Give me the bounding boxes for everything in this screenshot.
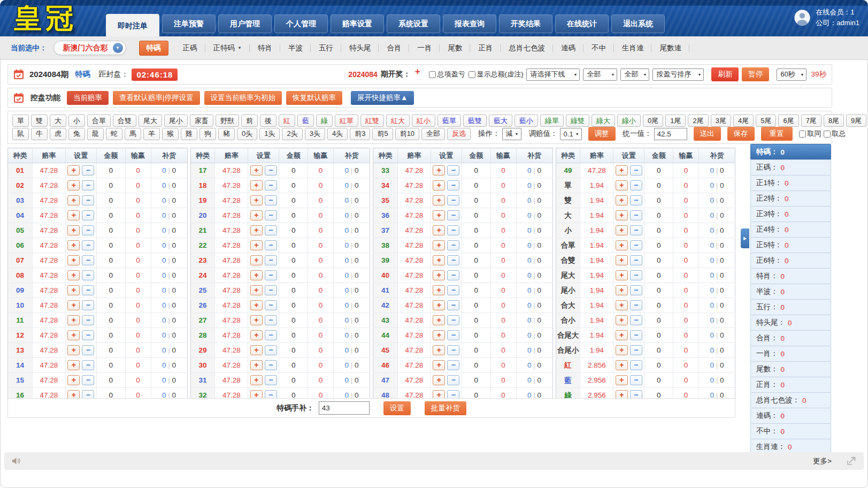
restock-left-value[interactable]: 0 bbox=[710, 346, 714, 354]
filter-button-兔[interactable]: 兔 bbox=[68, 128, 85, 140]
odds-increase-button[interactable]: + bbox=[67, 300, 80, 310]
filter-button-2尾[interactable]: 2尾 bbox=[688, 115, 708, 127]
restock-left-value[interactable]: 0 bbox=[527, 181, 532, 189]
filter-button-前10[interactable]: 前10 bbox=[395, 128, 419, 140]
total-pl-checkbox[interactable]: 总项盈亏 bbox=[429, 70, 465, 79]
filter-button-藍雙[interactable]: 藍雙 bbox=[463, 115, 487, 127]
filter-button-紅小[interactable]: 紅小 bbox=[412, 115, 435, 127]
odds-increase-button[interactable]: + bbox=[67, 330, 80, 340]
odds-decrease-button[interactable]: − bbox=[265, 360, 277, 370]
sidebar-item-14[interactable]: 一肖：0 bbox=[750, 346, 831, 362]
play-type-tab-1[interactable]: 特碼 bbox=[139, 41, 168, 56]
sidebar-item-7[interactable]: 正5特：0 bbox=[750, 237, 831, 253]
odds-increase-button[interactable]: + bbox=[616, 225, 628, 235]
odds-decrease-button[interactable]: − bbox=[82, 360, 94, 370]
odds-decrease-button[interactable]: − bbox=[630, 285, 642, 295]
odds-decrease-button[interactable]: − bbox=[447, 375, 459, 385]
restock-left-value[interactable]: 0 bbox=[710, 376, 714, 384]
odds-increase-button[interactable]: + bbox=[67, 210, 80, 220]
restock-left-value[interactable]: 0 bbox=[527, 196, 532, 204]
filter-button-4尾[interactable]: 4尾 bbox=[733, 115, 754, 127]
restock-left-value[interactable]: 0 bbox=[527, 376, 532, 384]
add-draw-button[interactable]: + bbox=[415, 66, 420, 77]
odds-decrease-button[interactable]: − bbox=[82, 330, 94, 340]
sidebar-item-3[interactable]: 正1特：0 bbox=[750, 175, 831, 191]
restock-left-value[interactable]: 0 bbox=[527, 166, 532, 174]
nav-tab-system-settings[interactable]: 系统设置 bbox=[387, 14, 440, 33]
filter-button-大[interactable]: 大 bbox=[50, 115, 66, 127]
filter-button-尾大[interactable]: 尾大 bbox=[139, 115, 162, 127]
adjust-button[interactable]: 调整 bbox=[588, 127, 616, 141]
refresh-button[interactable]: 刷新 bbox=[711, 67, 739, 81]
restock-left-value[interactable]: 0 bbox=[527, 361, 532, 369]
odds-increase-button[interactable]: + bbox=[250, 180, 263, 190]
sidebar-item-12[interactable]: 特头尾：0 bbox=[750, 315, 831, 331]
filter-button-前[interactable]: 前 bbox=[241, 115, 258, 127]
restock-left-value[interactable]: 0 bbox=[344, 211, 349, 219]
play-type-tab-3[interactable]: 正特码▼ bbox=[205, 41, 250, 56]
restock-left-value[interactable]: 0 bbox=[527, 346, 532, 354]
sidebar-item-11[interactable]: 五行：0 bbox=[750, 299, 831, 315]
filter-button-雞[interactable]: 雞 bbox=[181, 128, 197, 140]
restock-left-value[interactable]: 0 bbox=[527, 286, 532, 294]
control-button-1[interactable]: 当前赔率 bbox=[67, 91, 109, 105]
filter-button-4头[interactable]: 4头 bbox=[327, 128, 348, 140]
restock-left-value[interactable]: 0 bbox=[527, 331, 532, 339]
nav-tab-report-query[interactable]: 报表查询 bbox=[443, 14, 496, 33]
restock-left-value[interactable]: 0 bbox=[527, 301, 532, 309]
sidebar-item-9[interactable]: 特肖：0 bbox=[750, 268, 831, 284]
restock-left-value[interactable]: 0 bbox=[710, 301, 714, 309]
odds-increase-button[interactable]: + bbox=[616, 270, 628, 280]
sidebar-item-4[interactable]: 正2特：0 bbox=[750, 190, 831, 207]
reset-button[interactable]: 重置 bbox=[761, 127, 793, 141]
filter-button-豬[interactable]: 豬 bbox=[218, 128, 235, 140]
sort-select[interactable]: 按盈亏排序▼ bbox=[652, 68, 704, 81]
odds-increase-button[interactable]: + bbox=[67, 195, 80, 205]
play-type-tab-10[interactable]: 尾數 bbox=[440, 41, 470, 56]
filter-button-8尾[interactable]: 8尾 bbox=[824, 115, 844, 127]
odds-increase-button[interactable]: + bbox=[250, 360, 263, 370]
lottery-select[interactable]: 新澳门六合彩 ▼ bbox=[53, 41, 126, 55]
filter-button-猴[interactable]: 猴 bbox=[162, 128, 179, 140]
odds-decrease-button[interactable]: − bbox=[447, 255, 459, 265]
filter-button-藍大[interactable]: 藍大 bbox=[489, 115, 512, 127]
filter-button-牛[interactable]: 牛 bbox=[31, 128, 48, 140]
filter-button-尾小[interactable]: 尾小 bbox=[164, 115, 188, 127]
odds-increase-button[interactable]: + bbox=[250, 195, 263, 205]
odds-decrease-button[interactable]: − bbox=[447, 165, 459, 176]
sidebar-item-17[interactable]: 总肖七色波：0 bbox=[750, 392, 831, 408]
odds-increase-button[interactable]: + bbox=[433, 375, 445, 385]
odds-increase-button[interactable]: + bbox=[616, 285, 628, 295]
odds-increase-button[interactable]: + bbox=[67, 240, 80, 250]
odds-decrease-button[interactable]: − bbox=[265, 165, 277, 176]
odds-decrease-button[interactable]: − bbox=[630, 375, 642, 385]
filter-button-綠雙[interactable]: 綠雙 bbox=[566, 115, 589, 127]
odds-increase-button[interactable]: + bbox=[616, 330, 628, 340]
sidebar-item-13[interactable]: 合肖：0 bbox=[750, 330, 831, 346]
odds-increase-button[interactable]: + bbox=[67, 375, 80, 385]
restock-left-value[interactable]: 0 bbox=[344, 286, 349, 294]
filter-button-合單[interactable]: 合單 bbox=[87, 115, 111, 127]
restock-left-value[interactable]: 0 bbox=[344, 301, 349, 309]
restock-left-value[interactable]: 0 bbox=[162, 196, 166, 204]
odds-decrease-button[interactable]: − bbox=[447, 180, 459, 190]
take-total-checkbox-input[interactable] bbox=[824, 131, 831, 138]
odds-increase-button[interactable]: + bbox=[616, 195, 628, 205]
filter-button-3头[interactable]: 3头 bbox=[305, 128, 325, 140]
odds-decrease-button[interactable]: − bbox=[447, 330, 459, 340]
odds-decrease-button[interactable]: − bbox=[265, 180, 277, 190]
nav-tab-odds-settings[interactable]: 赔率设置 bbox=[331, 14, 384, 33]
odds-decrease-button[interactable]: − bbox=[265, 225, 277, 235]
restock-left-value[interactable]: 0 bbox=[344, 376, 349, 384]
play-type-tab-8[interactable]: 合肖 bbox=[379, 41, 409, 56]
odds-decrease-button[interactable]: − bbox=[82, 210, 94, 220]
filter-button-後[interactable]: 後 bbox=[260, 115, 276, 127]
odds-decrease-button[interactable]: − bbox=[82, 225, 94, 235]
play-type-tab-2[interactable]: 正碼 bbox=[175, 41, 205, 56]
odds-decrease-button[interactable]: − bbox=[82, 345, 94, 355]
popout-arrow-icon[interactable] bbox=[847, 457, 856, 466]
odds-decrease-button[interactable]: − bbox=[630, 300, 642, 310]
restock-left-value[interactable]: 0 bbox=[162, 211, 166, 219]
odds-increase-button[interactable]: + bbox=[250, 315, 263, 325]
restock-left-value[interactable]: 0 bbox=[344, 226, 349, 234]
